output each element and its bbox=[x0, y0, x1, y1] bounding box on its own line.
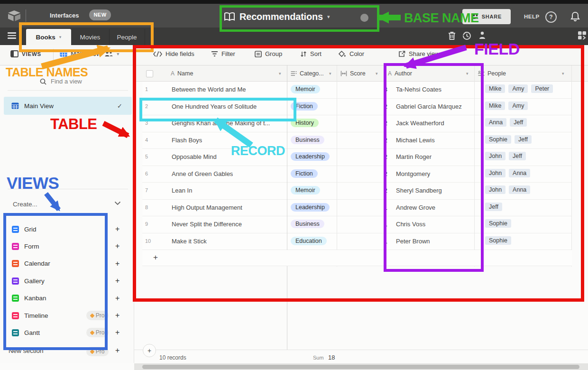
add-record-button[interactable]: + bbox=[143, 344, 156, 357]
create-view-label[interactable]: Create... bbox=[13, 201, 37, 208]
column-caret-icon[interactable]: ▾ bbox=[376, 71, 378, 76]
table-row-3[interactable]: 3Genghis Khan and the Making of t...Hist… bbox=[142, 115, 572, 132]
hamburger-menu-icon[interactable] bbox=[8, 32, 16, 39]
add-calendar-view-button[interactable]: + bbox=[115, 259, 119, 268]
filter-icon bbox=[211, 51, 218, 57]
view-type-grid[interactable]: Grid+ bbox=[0, 221, 134, 238]
top-bar: Interfaces NEW Recommendations ▾ SHARE H… bbox=[0, 4, 588, 28]
help-label[interactable]: HELP bbox=[524, 14, 540, 19]
add-kanban-view-button[interactable]: + bbox=[115, 294, 119, 303]
add-grid-view-button[interactable]: + bbox=[115, 225, 119, 233]
view-type-gallery[interactable]: Gallery+ bbox=[0, 272, 134, 289]
collaborators-icon bbox=[471, 14, 478, 19]
table-tab-bar: Books▾ Movies People Add or import AUTOM… bbox=[0, 28, 588, 45]
filter-button[interactable]: Filter bbox=[211, 50, 235, 57]
cell-category-pill: Business bbox=[291, 136, 324, 144]
view-type-form[interactable]: Form+ bbox=[0, 238, 134, 255]
column-caret-icon[interactable]: ▾ bbox=[562, 71, 564, 76]
table-grid: A Name ▾ Catego... ▾ Score ▾ bbox=[134, 65, 588, 363]
kanban-view-icon bbox=[12, 295, 19, 302]
cell-name: Lean In bbox=[172, 187, 192, 194]
select-all-checkbox[interactable] bbox=[146, 70, 153, 77]
table-row-8[interactable]: 8High Output ManagementLeadership1Andrew… bbox=[142, 200, 572, 217]
share-button[interactable]: SHARE bbox=[462, 9, 511, 24]
sort-button[interactable]: Sort bbox=[300, 50, 322, 57]
cell-people: JohnAnna bbox=[485, 185, 530, 194]
current-view-switcher[interactable]: Main View ▾ bbox=[60, 50, 119, 57]
collaborator-field-icon bbox=[478, 71, 485, 76]
sum-aggregate-value: 18 bbox=[328, 354, 335, 361]
add-record-row[interactable]: + bbox=[142, 250, 572, 266]
add-timeline-view-button[interactable]: + bbox=[115, 311, 119, 320]
help-icon[interactable]: ? bbox=[545, 11, 557, 23]
new-section-label[interactable]: New section bbox=[9, 347, 44, 354]
cell-category-pill: Leadership bbox=[291, 203, 330, 212]
trash-icon[interactable] bbox=[448, 31, 456, 40]
hide-fields-button[interactable]: Hide fields bbox=[153, 50, 194, 57]
views-sidebar-toggle[interactable]: VIEWS bbox=[10, 50, 41, 57]
table-row-2[interactable]: 2One Hundred Years of SolitudeFiction2Ga… bbox=[142, 99, 572, 116]
add-form-view-button[interactable]: + bbox=[115, 242, 119, 250]
table-row-9[interactable]: 9Never Split the DifferenceBusiness1Chri… bbox=[142, 216, 572, 233]
table-row-5[interactable]: 5Opposable MindLeadership2Martin RogerJo… bbox=[142, 149, 572, 166]
view-type-kanban[interactable]: Kanban+ bbox=[0, 290, 134, 307]
cell-author: Montgomery bbox=[396, 170, 430, 177]
share-view-button[interactable]: Share view bbox=[398, 50, 439, 57]
pro-badge: Pro bbox=[86, 328, 109, 337]
people-pill: Amy bbox=[508, 84, 528, 93]
tab-movies[interactable]: Movies bbox=[71, 29, 110, 45]
find-a-view[interactable]: Find a view bbox=[40, 78, 82, 85]
column-caret-icon[interactable]: ▾ bbox=[329, 71, 331, 76]
notifications-bell-icon[interactable] bbox=[570, 11, 580, 22]
share-view-icon bbox=[398, 50, 405, 57]
column-header-name[interactable]: A Name bbox=[171, 65, 193, 82]
pro-badge: Pro bbox=[86, 311, 109, 320]
add-gallery-view-button[interactable]: + bbox=[115, 277, 119, 285]
cell-name: One Hundred Years of Solitude bbox=[172, 103, 257, 110]
color-button[interactable]: Color bbox=[339, 50, 364, 57]
cell-people: AnnaJeff bbox=[485, 118, 527, 127]
chevron-down-icon[interactable] bbox=[114, 201, 121, 205]
tab-people[interactable]: People bbox=[109, 29, 145, 45]
view-type-gantt[interactable]: GanttPro+ bbox=[0, 324, 134, 341]
base-info-icon[interactable] bbox=[360, 14, 368, 22]
people-pill: Sophie bbox=[485, 219, 511, 228]
table-row-4[interactable]: 4Flash BoysBusiness2Michael LewisSophieJ… bbox=[142, 132, 572, 149]
group-button[interactable]: Group bbox=[255, 50, 282, 57]
apps-grid-icon[interactable] bbox=[578, 31, 587, 40]
table-row-7[interactable]: 7Lean InMemoir2Sheryl SandbergJohnAnna bbox=[142, 183, 572, 200]
row-number: 1 bbox=[145, 86, 148, 92]
column-header-author[interactable]: A Author bbox=[388, 65, 412, 82]
column-header-category[interactable]: Catego... bbox=[291, 65, 324, 82]
column-caret-icon[interactable]: ▾ bbox=[279, 71, 281, 76]
sum-aggregate-label[interactable]: Sum bbox=[313, 355, 324, 361]
view-type-calendar[interactable]: Calendar+ bbox=[0, 255, 134, 272]
column-header-score[interactable]: Score bbox=[340, 65, 366, 82]
column-caret-icon[interactable]: ▾ bbox=[466, 71, 469, 76]
airtable-logo-icon[interactable] bbox=[7, 10, 21, 22]
view-toolbar: VIEWS Main View ▾ Hide fields bbox=[0, 45, 588, 65]
view-type-label: Gantt bbox=[24, 329, 40, 336]
color-bucket-icon bbox=[339, 51, 346, 57]
horizontal-scrollbar-thumb[interactable] bbox=[142, 365, 579, 369]
sidebar-view-main-view[interactable]: Main View ✓ bbox=[4, 97, 132, 115]
table-row-6[interactable]: 6Anne of Green GablesFiction2MontgomeryJ… bbox=[142, 166, 572, 183]
view-type-timeline[interactable]: TimelinePro+ bbox=[0, 307, 134, 324]
add-gantt-view-button[interactable]: + bbox=[115, 328, 119, 337]
automations-person-icon[interactable] bbox=[479, 31, 486, 40]
table-row-1[interactable]: 1Between the World and MeMemoir3Ta-Nehsi… bbox=[142, 82, 572, 99]
column-header-people[interactable]: People bbox=[478, 65, 506, 82]
people-pill: Anna bbox=[509, 185, 530, 194]
row-number: 8 bbox=[145, 204, 148, 210]
add-section-button[interactable]: + bbox=[115, 346, 119, 355]
interfaces-label[interactable]: Interfaces bbox=[50, 12, 79, 19]
cell-score: 2 bbox=[344, 187, 387, 194]
tab-books[interactable]: Books▾ bbox=[26, 29, 71, 45]
summary-bar: + 10 records Sum 18 bbox=[134, 350, 588, 363]
base-caret-icon: ▾ bbox=[327, 14, 330, 20]
table-row-10[interactable]: 10Make it StickEducation1Peter BrownSoph… bbox=[142, 233, 572, 250]
cell-name: Make it Stick bbox=[172, 238, 207, 245]
base-name-menu[interactable]: Recommendations ▾ bbox=[224, 9, 330, 24]
history-icon[interactable] bbox=[462, 31, 471, 40]
cell-name: Anne of Green Gables bbox=[172, 170, 233, 177]
